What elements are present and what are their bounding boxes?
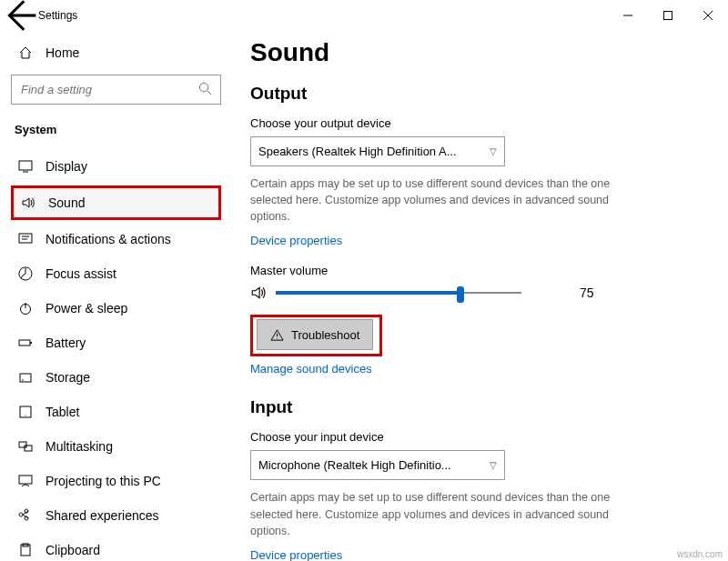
maximize-button[interactable] bbox=[648, 0, 688, 31]
sidebar-item-shared[interactable]: Shared experiences bbox=[11, 498, 221, 533]
volume-value: 75 bbox=[580, 286, 594, 300]
clipboard-icon bbox=[18, 543, 33, 557]
multitasking-icon bbox=[18, 439, 33, 454]
minimize-icon bbox=[623, 11, 632, 20]
close-button[interactable] bbox=[688, 0, 728, 31]
storage-icon bbox=[18, 370, 33, 385]
svg-rect-13 bbox=[19, 476, 32, 484]
close-icon bbox=[703, 11, 713, 20]
input-hint: Certain apps may be set up to use differ… bbox=[250, 489, 642, 538]
svg-point-8 bbox=[22, 379, 24, 381]
search-input[interactable] bbox=[11, 75, 221, 105]
sound-icon bbox=[21, 195, 35, 210]
window-title: Settings bbox=[38, 9, 608, 22]
svg-point-1 bbox=[199, 83, 207, 91]
sidebar-item-focus[interactable]: Focus assist bbox=[11, 256, 221, 291]
warning-icon bbox=[270, 328, 284, 342]
sidebar-item-label: Storage bbox=[46, 370, 90, 385]
back-button[interactable] bbox=[0, 0, 38, 35]
troubleshoot-label: Troubleshoot bbox=[291, 328, 359, 342]
arrow-left-icon bbox=[0, 0, 38, 35]
sidebar-item-label: Clipboard bbox=[46, 543, 100, 557]
search-box[interactable] bbox=[11, 75, 221, 105]
shared-icon bbox=[18, 508, 33, 523]
output-hint: Certain apps may be set up to use differ… bbox=[250, 175, 642, 225]
sidebar-item-label: Multitasking bbox=[46, 439, 113, 454]
maximize-icon bbox=[663, 11, 672, 20]
troubleshoot-button[interactable]: Troubleshoot bbox=[257, 319, 373, 350]
sidebar-item-storage[interactable]: Storage bbox=[11, 360, 221, 395]
content-pane: Sound Output Choose your output device S… bbox=[232, 31, 728, 561]
sidebar-item-label: Display bbox=[46, 159, 87, 174]
volume-slider[interactable] bbox=[276, 284, 521, 302]
tablet-icon bbox=[18, 405, 33, 419]
projecting-icon bbox=[18, 474, 33, 488]
sidebar-item-tablet[interactable]: Tablet bbox=[11, 395, 221, 429]
watermark: wsxdn.com bbox=[677, 549, 723, 559]
input-device-select[interactable]: Microphone (Realtek High Definitio... ▽ bbox=[250, 450, 505, 480]
sidebar-item-label: Notifications & actions bbox=[46, 232, 171, 246]
sidebar-item-label: Battery bbox=[46, 336, 86, 350]
troubleshoot-highlight: Troubleshoot bbox=[250, 315, 382, 356]
sidebar-item-label: Focus assist bbox=[46, 266, 116, 281]
chevron-down-icon: ▽ bbox=[490, 146, 497, 156]
speaker-icon bbox=[250, 285, 267, 301]
input-device-properties-link[interactable]: Device properties bbox=[250, 548, 342, 561]
category-heading: System bbox=[11, 117, 221, 149]
output-device-value: Speakers (Realtek High Definition A... bbox=[258, 145, 457, 158]
svg-rect-12 bbox=[25, 446, 32, 451]
chevron-down-icon: ▽ bbox=[490, 460, 497, 470]
input-choose-label: Choose your input device bbox=[250, 430, 701, 444]
sidebar: Home System Display Sound Notifications … bbox=[0, 31, 232, 561]
sidebar-item-clipboard[interactable]: Clipboard bbox=[11, 533, 221, 561]
display-icon bbox=[18, 159, 33, 174]
input-device-value: Microphone (Realtek High Definitio... bbox=[258, 458, 451, 472]
sidebar-item-label: Shared experiences bbox=[46, 508, 159, 523]
sidebar-item-label: Projecting to this PC bbox=[46, 474, 161, 488]
slider-thumb[interactable] bbox=[457, 286, 464, 303]
svg-rect-3 bbox=[19, 234, 32, 243]
notifications-icon bbox=[18, 232, 33, 246]
search-icon bbox=[198, 82, 212, 98]
sidebar-item-label: Tablet bbox=[46, 405, 79, 419]
output-heading: Output bbox=[250, 84, 701, 104]
home-label: Home bbox=[46, 45, 79, 60]
power-icon bbox=[18, 301, 33, 316]
master-volume-label: Master volume bbox=[250, 264, 701, 277]
minimize-button[interactable] bbox=[608, 0, 648, 31]
svg-rect-2 bbox=[19, 161, 32, 170]
svg-rect-0 bbox=[664, 12, 672, 20]
sidebar-item-multitasking[interactable]: Multitasking bbox=[11, 429, 221, 464]
home-button[interactable]: Home bbox=[11, 36, 221, 69]
svg-rect-6 bbox=[30, 342, 32, 344]
sidebar-item-label: Power & sleep bbox=[46, 301, 127, 316]
svg-rect-5 bbox=[19, 340, 30, 346]
output-choose-label: Choose your output device bbox=[250, 116, 701, 130]
output-device-select[interactable]: Speakers (Realtek High Definition A... ▽ bbox=[250, 136, 505, 166]
svg-rect-7 bbox=[20, 374, 31, 382]
output-device-properties-link[interactable]: Device properties bbox=[250, 234, 342, 247]
sidebar-item-sound[interactable]: Sound bbox=[11, 185, 221, 220]
sidebar-item-projecting[interactable]: Projecting to this PC bbox=[11, 464, 221, 498]
sidebar-item-battery[interactable]: Battery bbox=[11, 326, 221, 360]
sidebar-item-notifications[interactable]: Notifications & actions bbox=[11, 222, 221, 256]
svg-rect-11 bbox=[19, 442, 26, 447]
sidebar-item-label: Sound bbox=[48, 195, 85, 210]
battery-icon bbox=[18, 336, 33, 350]
manage-sound-devices-link[interactable]: Manage sound devices bbox=[250, 362, 372, 376]
focus-icon bbox=[18, 266, 33, 281]
sidebar-item-power[interactable]: Power & sleep bbox=[11, 291, 221, 326]
sidebar-item-display[interactable]: Display bbox=[11, 149, 221, 184]
page-title: Sound bbox=[250, 38, 701, 67]
svg-point-10 bbox=[25, 415, 25, 416]
home-icon bbox=[18, 45, 33, 60]
input-heading: Input bbox=[250, 397, 701, 417]
